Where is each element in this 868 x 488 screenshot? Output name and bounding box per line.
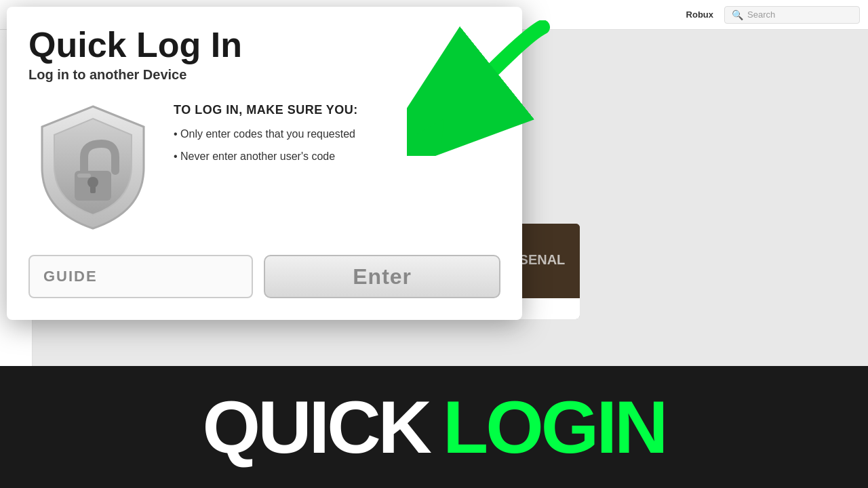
nav-right: Robux 🔍 Search (686, 6, 860, 24)
robux-label: Robux (686, 9, 713, 20)
search-icon: 🔍 (732, 9, 743, 20)
bottom-login-text: LOGIN (443, 390, 665, 464)
shield-svg (35, 100, 151, 235)
modal-input-row: Enter (28, 255, 500, 298)
shield-container (28, 96, 157, 239)
search-bar[interactable]: 🔍 Search (724, 6, 860, 24)
code-input[interactable] (28, 255, 253, 298)
svg-rect-8 (90, 185, 96, 193)
enter-button[interactable]: Enter (264, 255, 500, 298)
bottom-bar: QUICK LOGIN (0, 366, 868, 488)
svg-rect-6 (77, 174, 91, 178)
bottom-quick-text: QUICK (203, 390, 429, 464)
green-arrow (407, 20, 556, 156)
search-placeholder: Search (747, 9, 775, 20)
